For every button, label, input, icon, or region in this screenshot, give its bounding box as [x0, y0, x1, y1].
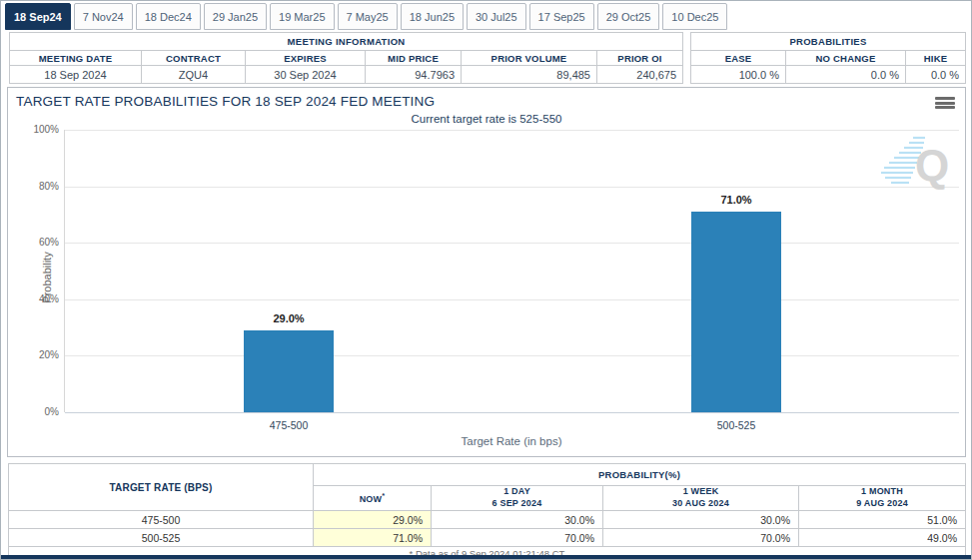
col-expires: EXPIRES	[246, 51, 366, 66]
col-contract: CONTRACT	[142, 51, 246, 66]
gridline-100	[65, 130, 959, 131]
ytick-60: 60%	[39, 237, 59, 248]
meeting-date-value: 18 Sep 2024	[10, 66, 142, 84]
tab-18dec24[interactable]: 18 Dec24	[136, 3, 201, 30]
ytick-0: 0%	[45, 406, 59, 417]
hike-value: 0.0 %	[906, 66, 966, 84]
chart-title: TARGET RATE PROBABILITIES FOR 18 SEP 202…	[16, 94, 435, 109]
now-label: NOW	[360, 494, 383, 504]
bar-475-500[interactable]	[244, 330, 334, 412]
gridline-80	[65, 187, 959, 188]
rate-475-500: 475-500	[9, 511, 314, 529]
y-axis-title: Probability	[41, 252, 53, 302]
bar-group-475-500: 29.0% 475-500	[244, 130, 334, 412]
rate-500-525: 500-525	[9, 529, 314, 547]
svg-text:Q: Q	[915, 141, 949, 190]
tab-19mar25[interactable]: 19 Mar25	[270, 3, 334, 30]
now-500-525: 71.0%	[314, 529, 432, 547]
col-meeting-date: MEETING DATE	[10, 51, 142, 66]
col-no-change: NO CHANGE	[786, 51, 906, 66]
tab-29jan25[interactable]: 29 Jan25	[204, 3, 267, 30]
x-axis-title: Target Rate (in bps)	[64, 435, 959, 447]
probability-history-table: TARGET RATE (BPS) PROBABILITY(%) NOW* 1 …	[8, 463, 966, 560]
meeting-tab-bar: 18 Sep24 7 Nov24 18 Dec24 29 Jan25 19 Ma…	[5, 3, 727, 30]
ytick-80: 80%	[39, 181, 59, 192]
probabilities-title: PROBABILITIES	[691, 33, 966, 51]
rate-header: TARGET RATE (BPS)	[9, 464, 314, 511]
bar-label-475-500: 29.0%	[244, 312, 334, 324]
gridline-40	[65, 299, 959, 300]
mid-price-value: 94.7963	[366, 66, 462, 84]
probabilities-summary-row: 100.0 % 0.0 % 0.0 %	[691, 66, 966, 84]
fedwatch-tool-page: { "tabs": [ {"label": "18 Sep24", "activ…	[0, 0, 972, 560]
gridline-20	[65, 355, 959, 356]
table-row-500-525: 500-525 71.0% 70.0% 70.0% 49.0%	[9, 529, 966, 547]
month-475-500: 51.0%	[799, 511, 966, 529]
bar-label-500-525: 71.0%	[691, 194, 781, 206]
tab-18sep24[interactable]: 18 Sep24	[5, 3, 71, 30]
tab-30jul25[interactable]: 30 Jul25	[467, 3, 526, 30]
probability-chart-panel: TARGET RATE PROBABILITIES FOR 18 SEP 202…	[7, 87, 966, 457]
tab-18jun25[interactable]: 18 Jun25	[401, 3, 464, 30]
tab-29oct25[interactable]: 29 Oct25	[597, 3, 660, 30]
col-1day: 1 DAY6 SEP 2024	[432, 486, 603, 511]
probability-group-header: PROBABILITY(%)	[314, 464, 966, 486]
tab-17sep25[interactable]: 17 Sep25	[529, 3, 594, 30]
now-475-500: 29.0%	[314, 511, 432, 529]
contract-value: ZQU4	[142, 66, 246, 84]
col-1month: 1 MONTH9 AUG 2024	[799, 486, 966, 511]
bar-group-500-525: 71.0% 500-525	[691, 130, 781, 412]
ease-value: 100.0 %	[691, 66, 786, 84]
week-500-525: 70.0%	[603, 529, 799, 547]
chart-subtitle: Current target rate is 525-550	[8, 113, 965, 125]
ytick-20: 20%	[39, 349, 59, 360]
prior-volume-value: 89,485	[462, 66, 597, 84]
no-change-value: 0.0 %	[786, 66, 906, 84]
tab-10dec25[interactable]: 10 Dec25	[662, 3, 727, 30]
xtick-500-525: 500-525	[691, 419, 781, 431]
tab-7nov24[interactable]: 7 Nov24	[74, 3, 133, 30]
col-ease: EASE	[691, 51, 786, 66]
gridline-60	[65, 243, 959, 244]
col-1week: 1 WEEK30 AUG 2024	[603, 486, 799, 511]
ytick-100: 100%	[33, 124, 59, 135]
chart-plot-area: 100% 80% 60% 40% 20% 0% Probability 29.0…	[64, 130, 959, 412]
bar-500-525[interactable]	[691, 212, 781, 412]
expires-value: 30 Sep 2024	[246, 66, 366, 84]
probabilities-summary-table: PROBABILITIES EASE NO CHANGE HIKE 100.0 …	[690, 32, 966, 84]
prior-oi-value: 240,675	[597, 66, 683, 84]
week-475-500: 30.0%	[603, 511, 799, 529]
month-500-525: 49.0%	[799, 529, 966, 547]
col-prior-oi: PRIOR OI	[597, 51, 683, 66]
xtick-475-500: 475-500	[244, 419, 334, 431]
meeting-information-row: 18 Sep 2024 ZQU4 30 Sep 2024 94.7963 89,…	[10, 66, 683, 84]
col-hike: HIKE	[906, 51, 966, 66]
col-mid-price: MID PRICE	[366, 51, 462, 66]
chart-menu-icon[interactable]	[935, 95, 955, 111]
x-axis-line	[65, 412, 959, 413]
quikstrike-watermark-icon: Q	[873, 134, 953, 194]
meeting-information-table: MEETING INFORMATION MEETING DATE CONTRAC…	[9, 32, 683, 84]
bottom-accent-bar	[1, 555, 971, 559]
meeting-information-title: MEETING INFORMATION	[10, 33, 683, 51]
day-500-525: 70.0%	[432, 529, 603, 547]
col-prior-volume: PRIOR VOLUME	[462, 51, 597, 66]
now-asterisk: *	[382, 491, 385, 500]
tab-7may25[interactable]: 7 May25	[338, 3, 398, 30]
day-475-500: 30.0%	[432, 511, 603, 529]
table-row-475-500: 475-500 29.0% 30.0% 30.0% 51.0%	[9, 511, 966, 529]
col-now: NOW*	[314, 486, 432, 511]
